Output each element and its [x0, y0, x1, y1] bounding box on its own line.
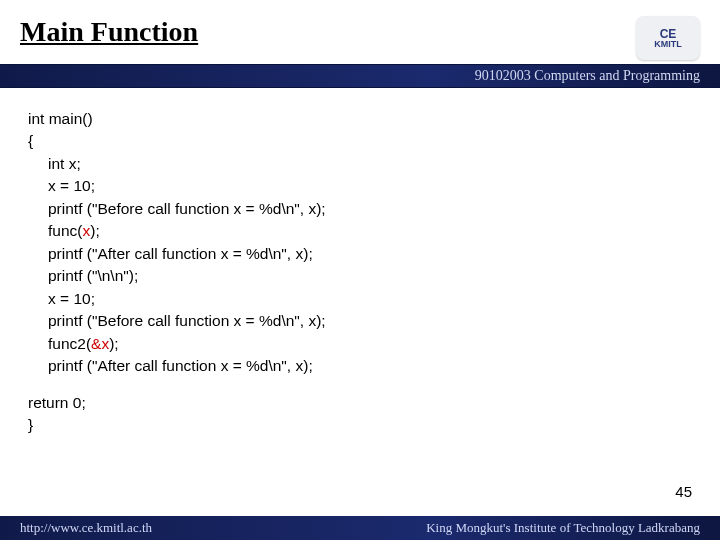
slide-title: Main Function [20, 16, 198, 48]
code-line: func(x); [28, 220, 692, 242]
code-line: int x; [28, 153, 692, 175]
blank-line [28, 378, 692, 392]
code-line: return 0; [28, 392, 692, 414]
code-line: printf ("\n\n"); [28, 265, 692, 287]
code-line: printf ("After call function x = %d\n", … [28, 355, 692, 377]
code-line: { [28, 130, 692, 152]
code-line: printf ("Before call function x = %d\n",… [28, 198, 692, 220]
footer-url: http://www.ce.kmitl.ac.th [20, 520, 152, 536]
course-bar: 90102003 Computers and Programming [0, 64, 720, 88]
code-line: } [28, 414, 692, 436]
slide-footer: http://www.ce.kmitl.ac.th King Mongkut's… [0, 516, 720, 540]
code-line: func2(&x); [28, 333, 692, 355]
code-line: printf ("Before call function x = %d\n",… [28, 310, 692, 332]
course-code-title: 90102003 Computers and Programming [475, 68, 700, 83]
ce-kmitl-logo: CE KMITL [636, 16, 700, 60]
code-line: x = 10; [28, 288, 692, 310]
code-line: x = 10; [28, 175, 692, 197]
func-arg-byref: &x [91, 335, 109, 352]
code-line: printf ("After call function x = %d\n", … [28, 243, 692, 265]
footer-org: King Mongkut's Institute of Technology L… [426, 520, 700, 536]
logo-line2: KMITL [654, 40, 682, 49]
logo-line1: CE [660, 28, 677, 40]
page-number: 45 [675, 483, 692, 500]
code-line: int main() [28, 108, 692, 130]
slide-header: Main Function CE KMITL [0, 0, 720, 64]
code-block: int main() { int x; x = 10; printf ("Bef… [0, 88, 720, 437]
